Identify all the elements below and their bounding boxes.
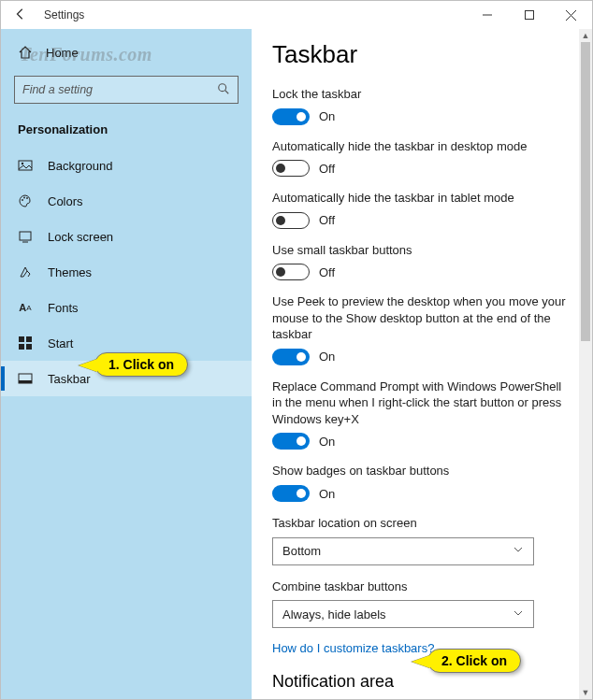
sidebar-item-label: Themes [48,265,92,279]
svg-point-4 [219,83,226,91]
callout-2: 2. Click on [427,649,521,673]
home-nav[interactable]: Home [1,35,252,70]
toggle-state: Off [319,265,335,279]
minimize-button[interactable] [466,1,508,29]
location-dropdown[interactable]: Bottom [272,537,534,565]
fonts-icon: AA [18,300,33,315]
toggle-switch[interactable] [272,349,310,365]
svg-point-7 [22,163,23,164]
chevron-down-icon [513,544,524,558]
sidebar-item-label: Background [48,159,112,173]
toggle-switch[interactable] [272,485,310,502]
toggle-state: On [319,109,335,123]
toggle-switch[interactable] [272,433,310,450]
svg-point-10 [26,197,28,199]
toggle-switch[interactable] [272,160,310,177]
svg-rect-11 [20,232,31,240]
callout-1: 1. Click on [94,352,188,377]
dropdown-value: Bottom [282,544,321,558]
search-icon [217,82,230,98]
sidebar-item-lockscreen[interactable]: Lock screen [1,219,252,254]
svg-rect-1 [525,11,533,20]
toggle-state: On [319,350,335,364]
toggle-state: On [319,487,335,501]
picture-icon [18,158,33,173]
setting-label: Show badges on taskbar buttons [272,463,571,479]
toggle-state: Off [319,213,335,227]
setting-label: Automatically hide the taskbar in tablet… [272,190,571,207]
svg-point-8 [22,199,23,201]
vertical-scrollbar[interactable]: ▲ ▼ [579,29,592,699]
search-input[interactable]: Find a setting [14,76,239,104]
svg-rect-15 [19,344,24,350]
svg-line-5 [225,90,229,93]
svg-rect-18 [19,380,32,383]
sidebar-item-label: Lock screen [48,230,113,244]
taskbar-icon [18,371,33,386]
scroll-thumb[interactable] [581,42,590,341]
toggle-state: On [319,435,335,449]
help-link[interactable]: How do I customize taskbars? [272,641,571,655]
location-label: Taskbar location on screen [272,515,571,532]
svg-rect-16 [26,344,32,350]
settings-window: Settings Home Find a setting [0,0,593,700]
maximize-button[interactable] [508,1,550,29]
svg-rect-6 [19,161,32,170]
setting-label: Automatically hide the taskbar in deskto… [272,138,571,155]
combine-dropdown[interactable]: Always, hide labels [272,600,534,628]
setting-label: Lock the taskbar [272,86,571,103]
svg-rect-14 [26,336,32,342]
dropdown-value: Always, hide labels [282,607,386,621]
start-icon [18,336,33,350]
lockscreen-icon [18,229,33,244]
sidebar-item-label: Colors [48,194,83,208]
home-label: Home [46,46,79,60]
sidebar-item-background[interactable]: Background [1,148,252,183]
sidebar-item-label: Start [48,336,73,350]
sidebar-item-colors[interactable]: Colors [1,183,252,219]
toggle-state: Off [319,162,335,176]
titlebar: Settings [1,1,592,29]
close-button[interactable] [550,1,592,29]
window-title: Settings [44,8,84,21]
notification-area-heading: Notification area [272,672,571,692]
sidebar-item-label: Fonts [48,301,79,315]
page-title: Taskbar [272,40,571,69]
search-placeholder: Find a setting [22,83,93,96]
toggle-switch[interactable] [272,264,310,280]
sidebar-item-themes[interactable]: Themes [1,254,252,290]
scroll-up-icon[interactable]: ▲ [579,29,592,42]
svg-point-9 [23,197,25,199]
sidebar-item-fonts[interactable]: AA Fonts [1,290,252,325]
toggle-switch[interactable] [272,108,310,125]
chevron-down-icon [513,607,524,621]
setting-label: Use Peek to preview the desktop when you… [272,293,571,343]
setting-label: Use small taskbar buttons [272,242,571,259]
section-heading: Personalization [1,113,252,148]
home-icon [18,45,33,60]
back-icon[interactable] [14,7,27,23]
setting-label: Replace Command Prompt with Windows Powe… [272,379,571,428]
scroll-down-icon[interactable]: ▼ [579,686,592,699]
sidebar-item-label: Taskbar [48,372,91,386]
combine-label: Combine taskbar buttons [272,579,571,595]
themes-icon [18,264,33,279]
svg-rect-13 [19,336,24,342]
toggle-switch[interactable] [272,212,310,229]
palette-icon [18,193,33,208]
content-pane: Taskbar Lock the taskbarOnAutomatically … [252,29,592,699]
